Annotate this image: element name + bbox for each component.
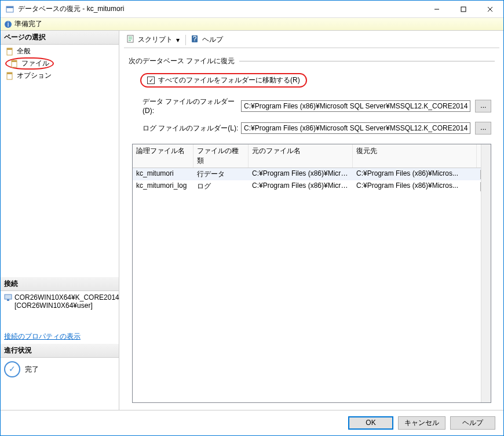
dialog-buttons: OK キャンセル ヘルプ [1, 410, 503, 435]
connection-info: COR26WIN10X64¥K_CORE2014 [COR26WIN10X64¥… [1, 291, 119, 312]
col-original[interactable]: 元のファイル名 [249, 144, 353, 168]
col-type[interactable]: ファイルの種類 [193, 144, 249, 168]
svg-rect-15 [7, 299, 9, 301]
help-button[interactable]: ? ヘルプ [188, 33, 225, 46]
files-grid: 論理ファイル名 ファイルの種類 元のファイル名 復元先 kc_mitumori … [132, 144, 491, 403]
col-logical[interactable]: 論理ファイル名 [133, 144, 193, 168]
move-all-label: すべてのファイルをフォルダーに移動する(R) [158, 75, 300, 85]
cancel-button[interactable]: キャンセル [398, 416, 445, 430]
sidebar: ページの選択 全般 ファイル オプション [1, 31, 119, 410]
cell-type: 行データ [193, 168, 249, 180]
page-icon [10, 59, 19, 68]
connection-server: COR26WIN10X64¥K_CORE2014 [14, 293, 119, 301]
progress-body: 完了 [1, 358, 119, 381]
svg-rect-11 [12, 60, 17, 62]
log-folder-label: ログ ファイルのフォルダー(L): [143, 123, 241, 133]
help-label: ヘルプ [202, 35, 223, 45]
svg-rect-14 [5, 295, 12, 299]
cell-restore-as[interactable]: C:¥Program Files (x86)¥Micros... [353, 180, 477, 192]
chevron-down-icon: ▾ [176, 36, 180, 44]
script-label: スクリプト [138, 35, 173, 45]
svg-rect-13 [7, 72, 12, 74]
minimize-button[interactable] [423, 1, 450, 17]
divider [239, 61, 495, 61]
page-icon [5, 71, 14, 81]
log-folder-browse-button[interactable]: ... [475, 122, 491, 135]
cell-type: ログ [193, 180, 249, 192]
data-folder-browse-button[interactable]: ... [475, 100, 491, 112]
restore-files-group: 次のデータベース ファイルに復元 [129, 56, 495, 66]
connection-user: [COR26WIN10X64¥user] [14, 301, 119, 310]
connection-header: 接続 [1, 277, 119, 291]
svg-rect-9 [7, 48, 12, 50]
grid-body: kc_mitumori 行データ C:¥Program Files (x86)¥… [133, 168, 491, 402]
status-text: 準備完了 [14, 19, 42, 29]
sidebar-item-options[interactable]: オプション [3, 70, 116, 81]
info-icon: i [4, 20, 12, 28]
toolbar-separator [185, 35, 186, 45]
table-row[interactable]: kc_mitumori 行データ C:¥Program Files (x86)¥… [133, 168, 491, 180]
progress-ring-icon [4, 361, 20, 377]
help-button[interactable]: ヘルプ [450, 416, 495, 430]
cell-logical: kc_mitumori_log [133, 180, 193, 192]
cell-original: C:¥Program Files (x86)¥Micros... [249, 168, 353, 180]
log-folder-input[interactable]: C:¥Program Files (x86)¥Microsoft SQL Ser… [241, 122, 470, 134]
sidebar-item-general[interactable]: 全般 [3, 46, 116, 57]
log-folder-row: ログ ファイルのフォルダー(L): C:¥Program Files (x86)… [143, 122, 491, 135]
svg-text:i: i [8, 20, 9, 28]
data-folder-input[interactable]: C:¥Program Files (x86)¥Microsoft SQL Ser… [241, 100, 470, 112]
toolbar: スクリプト ▾ ? ヘルプ [124, 33, 499, 48]
sidebar-item-file[interactable]: ファイル [3, 57, 116, 70]
nav-list: 全般 ファイル オプション [1, 45, 119, 82]
help-icon: ? [191, 34, 200, 45]
data-folder-label: データ ファイルのフォルダー(D): [143, 97, 241, 115]
cell-logical: kc_mitumori [133, 168, 193, 180]
progress-header: 進行状況 [1, 344, 119, 358]
cell-restore-as[interactable]: C:¥Program Files (x86)¥Micros... [353, 168, 477, 180]
status-bar: i 準備完了 [1, 18, 503, 31]
vertical-scrollbar[interactable] [481, 144, 491, 402]
titlebar: データベースの復元 - kc_mitumori [1, 1, 503, 18]
server-icon [4, 293, 12, 303]
highlight-oval: ファイル [5, 57, 54, 70]
grid-header: 論理ファイル名 ファイルの種類 元のファイル名 復元先 [133, 144, 491, 168]
svg-text:?: ? [193, 35, 197, 43]
content-pane: スクリプト ▾ ? ヘルプ 次のデータベース ファイルに復元 ✓ [119, 31, 504, 410]
svg-rect-3 [461, 7, 466, 12]
page-select-header: ページの選択 [1, 31, 119, 45]
maximize-button[interactable] [450, 1, 477, 17]
restore-files-title: 次のデータベース ファイルに復元 [129, 56, 235, 66]
cell-original: C:¥Program Files (x86)¥Micros... [249, 180, 353, 192]
script-dropdown[interactable]: スクリプト ▾ [124, 33, 182, 46]
progress-text: 完了 [25, 365, 39, 375]
page-icon [5, 47, 14, 56]
script-icon [126, 34, 136, 45]
svg-rect-1 [6, 6, 13, 8]
window-title: データベースの復元 - kc_mitumori [18, 4, 423, 14]
close-button[interactable] [477, 1, 503, 17]
sidebar-item-label: 全般 [17, 46, 31, 56]
table-row[interactable]: kc_mitumori_log ログ C:¥Program Files (x86… [133, 180, 491, 192]
connection-properties-link[interactable]: 接続のプロパティの表示 [1, 329, 119, 344]
highlight-pill: ✓ すべてのファイルをフォルダーに移動する(R) [140, 73, 307, 88]
app-icon [5, 5, 14, 14]
window: データベースの復元 - kc_mitumori i 準備完了 ページの選択 全般 [0, 0, 504, 436]
sidebar-item-label: オプション [17, 71, 52, 81]
sidebar-item-label: ファイル [21, 59, 49, 68]
col-restore-as[interactable]: 復元先 [353, 144, 477, 168]
data-folder-row: データ ファイルのフォルダー(D): C:¥Program Files (x86… [143, 97, 491, 115]
move-all-checkbox[interactable]: ✓ [147, 77, 155, 84]
ok-button[interactable]: OK [348, 416, 393, 430]
